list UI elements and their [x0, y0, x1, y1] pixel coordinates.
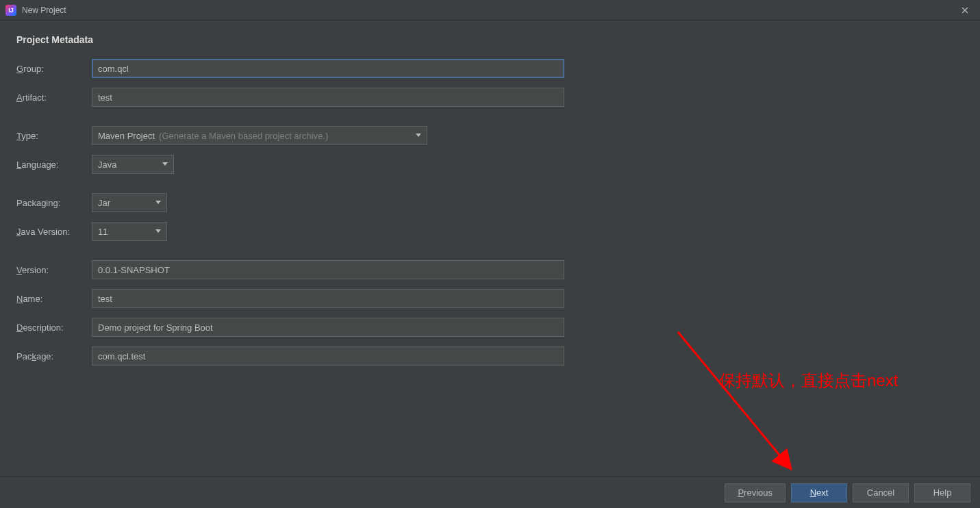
label-name: Name: [16, 294, 92, 304]
next-button[interactable]: Next [791, 483, 847, 503]
chevron-down-icon [155, 229, 161, 233]
row-artifact: Artifact: [16, 88, 964, 107]
dialog-footer: Previous Next Cancel Help [0, 477, 980, 508]
description-input[interactable] [92, 318, 564, 337]
java-version-select-value: 11 [98, 227, 108, 237]
language-select[interactable]: Java [92, 155, 174, 174]
row-name: Name: [16, 289, 964, 308]
label-packaging: Packaging: [16, 198, 92, 208]
row-language: Language: Java [16, 155, 964, 174]
packaging-select-value: Jar [98, 198, 110, 208]
dialog-content: Project Metadata Group: Artifact: Type: … [0, 21, 980, 477]
chevron-down-icon [162, 162, 168, 166]
type-select-value: Maven Project [98, 131, 155, 141]
type-select[interactable]: Maven Project (Generate a Maven based pr… [92, 126, 427, 145]
label-description: Description: [16, 322, 92, 333]
help-button[interactable]: Help [914, 483, 970, 503]
window-title: New Project [22, 5, 66, 15]
label-java-version: Java Version: [16, 227, 92, 237]
version-input[interactable] [92, 260, 564, 279]
group-input[interactable] [92, 59, 564, 78]
label-group: Group: [16, 64, 92, 74]
language-select-value: Java [98, 160, 116, 170]
titlebar: IJ New Project [0, 0, 980, 21]
label-language: Language: [16, 160, 92, 170]
row-description: Description: [16, 318, 964, 337]
name-input[interactable] [92, 289, 564, 308]
row-type: Type: Maven Project (Generate a Maven ba… [16, 126, 964, 145]
type-select-hint: (Generate a Maven based project archive.… [159, 131, 328, 141]
cancel-button[interactable]: Cancel [853, 483, 909, 503]
packaging-select[interactable]: Jar [92, 193, 167, 212]
app-icon: IJ [5, 5, 16, 16]
previous-button[interactable]: Previous [725, 483, 786, 503]
chevron-down-icon [155, 201, 161, 205]
row-java-version: Java Version: 11 [16, 222, 964, 241]
java-version-select[interactable]: 11 [92, 222, 167, 241]
label-package: Package: [16, 351, 92, 361]
chevron-down-icon [416, 134, 421, 138]
label-version: Version: [16, 265, 92, 275]
close-icon[interactable] [949, 0, 980, 21]
section-title: Project Metadata [16, 34, 964, 45]
row-package: Package: [16, 346, 964, 366]
label-type: Type: [16, 131, 92, 141]
artifact-input[interactable] [92, 88, 564, 107]
row-group: Group: [16, 59, 964, 78]
row-packaging: Packaging: Jar [16, 193, 964, 212]
row-version: Version: [16, 260, 964, 279]
package-input[interactable] [92, 346, 564, 366]
label-artifact: Artifact: [16, 92, 92, 103]
